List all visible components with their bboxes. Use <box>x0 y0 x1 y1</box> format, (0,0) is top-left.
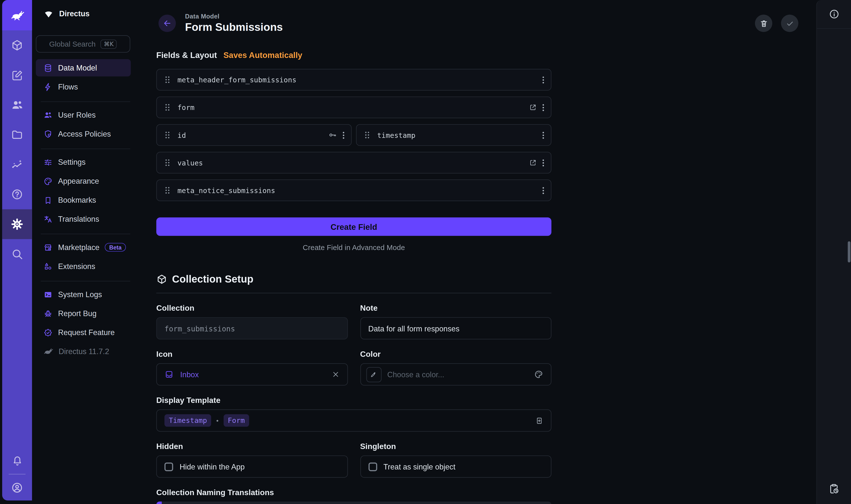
directus-rabbit-icon <box>10 8 24 22</box>
beta-badge: Beta <box>105 243 126 252</box>
module-insights[interactable] <box>2 150 32 180</box>
hidden-input[interactable]: Hide within the App <box>156 455 348 478</box>
template-chip[interactable]: Timestamp <box>164 414 211 427</box>
project-name: Directus <box>59 9 90 18</box>
field-row[interactable]: meta_header_form_submissions <box>156 69 551 90</box>
page-scrollbar[interactable] <box>848 241 851 263</box>
sidebar-item-label: Marketplace <box>58 243 100 252</box>
sidebar-item-system-logs[interactable]: System Logs <box>36 286 131 303</box>
cube-icon <box>11 39 23 52</box>
breadcrumb[interactable]: Data Model <box>185 13 283 19</box>
field-row[interactable]: timestamp <box>356 124 552 146</box>
naming-translations-partial-control[interactable] <box>156 502 551 504</box>
lightning-icon <box>44 82 53 91</box>
kebab-menu-icon[interactable] <box>542 159 544 167</box>
account-circle-icon <box>11 481 23 494</box>
drag-handle-icon[interactable] <box>164 158 170 167</box>
module-help[interactable] <box>2 180 32 209</box>
kebab-menu-icon[interactable] <box>542 76 544 84</box>
advanced-mode-link[interactable]: Create Field in Advanced Mode <box>156 244 551 252</box>
collection-label: Collection <box>156 304 348 312</box>
template-chip[interactable]: Form <box>223 414 249 427</box>
global-search-input[interactable]: Global Search ⌘K <box>36 35 130 53</box>
delete-collection-button[interactable] <box>755 15 772 32</box>
sidebar-item-translations[interactable]: Translations <box>36 210 131 228</box>
field-row[interactable]: values <box>156 152 551 174</box>
cube-icon <box>156 274 167 285</box>
module-files[interactable] <box>2 120 32 150</box>
sidebar-item-report-bug[interactable]: Report Bug <box>36 305 131 322</box>
module-content[interactable] <box>2 30 32 60</box>
close-icon[interactable] <box>331 370 340 378</box>
field-row[interactable]: meta_notice_submissions <box>156 180 551 201</box>
kebab-menu-icon[interactable] <box>542 131 544 139</box>
icon-field: Icon Inbox <box>156 350 348 385</box>
account-button[interactable] <box>2 476 32 500</box>
display-template-input[interactable]: Timestamp • Form <box>156 409 551 432</box>
sidebar-version: Directus 11.7.2 <box>36 343 131 360</box>
sidebar-item-settings[interactable]: Settings <box>36 154 131 170</box>
sidebar-item-label: System Logs <box>58 290 102 299</box>
drag-handle-icon[interactable] <box>364 131 370 139</box>
info-sidebar-button[interactable] <box>817 0 851 29</box>
drag-handle-icon[interactable] <box>164 186 170 195</box>
kebab-menu-icon[interactable] <box>542 186 544 194</box>
note-input[interactable]: Data for all form responses <box>360 317 551 339</box>
sidebar-item-label: Flows <box>58 82 78 91</box>
database-icon <box>44 63 53 72</box>
directus-app: Directus Global Search ⌘K Data Model Flo… <box>0 0 851 504</box>
singleton-input[interactable]: Treat as single object <box>360 455 551 478</box>
sidebar-item-bookmarks[interactable]: Bookmarks <box>36 191 131 209</box>
drag-handle-icon[interactable] <box>164 103 170 112</box>
module-search[interactable] <box>2 239 32 269</box>
sidebar-item-request-feature[interactable]: Request Feature <box>36 324 131 341</box>
icon-input[interactable]: Inbox <box>156 363 348 385</box>
users-icon <box>11 98 24 111</box>
create-field-button[interactable]: Create Field <box>156 217 551 236</box>
sidebar-item-user-roles[interactable]: User Roles <box>36 106 131 124</box>
singleton-field: Singleton Treat as single object <box>360 442 551 478</box>
sidebar-item-label: Extensions <box>58 262 95 270</box>
directus-logo-button[interactable] <box>2 0 32 30</box>
module-users[interactable] <box>2 90 32 120</box>
back-button[interactable] <box>158 15 176 32</box>
sidebar-item-extensions[interactable]: Extensions <box>36 258 131 275</box>
external-link-icon[interactable] <box>529 159 537 166</box>
add-box-icon[interactable] <box>535 416 543 425</box>
arrow-left-icon <box>162 18 172 28</box>
notifications-button[interactable] <box>2 449 32 473</box>
drag-handle-icon[interactable] <box>164 75 170 84</box>
singleton-checkbox[interactable] <box>368 462 377 471</box>
module-editor[interactable] <box>2 60 32 90</box>
storefront-icon <box>44 242 53 252</box>
icon-value: Inbox <box>180 370 199 379</box>
trash-icon <box>759 19 768 28</box>
eyedropper-button[interactable] <box>366 367 381 382</box>
collection-setup-header: Collection Setup <box>156 273 551 285</box>
clipboard-clock-icon <box>828 483 840 494</box>
kebab-menu-icon[interactable] <box>542 103 544 111</box>
display-template-label: Display Template <box>156 396 551 404</box>
module-settings[interactable] <box>2 209 32 239</box>
sidebar-item-access-policies[interactable]: Access Policies <box>36 125 131 143</box>
form-row: Collection form_submissions Note Data fo… <box>156 304 551 339</box>
version-label: Directus 11.7.2 <box>58 347 109 356</box>
sidebar-item-marketplace[interactable]: Marketplace Beta <box>36 239 131 256</box>
drag-handle-icon[interactable] <box>164 131 170 139</box>
kebab-menu-icon[interactable] <box>343 131 345 139</box>
sidebar-item-appearance[interactable]: Appearance <box>36 172 131 190</box>
save-button[interactable] <box>781 15 798 32</box>
external-link-icon[interactable] <box>529 104 537 111</box>
palette-icon[interactable] <box>534 370 543 379</box>
sidebar-item-label: Appearance <box>58 177 99 185</box>
field-row[interactable]: form <box>156 96 551 118</box>
note-field: Note Data for all form responses <box>360 304 551 339</box>
color-input[interactable]: Choose a color... <box>360 363 551 385</box>
project-header[interactable]: Directus <box>32 0 135 27</box>
sidebar-item-label: Access Policies <box>58 130 111 138</box>
hidden-checkbox[interactable] <box>164 462 173 471</box>
sidebar-item-data-model[interactable]: Data Model <box>36 59 131 76</box>
revisions-button[interactable] <box>828 483 840 497</box>
sidebar-item-flows[interactable]: Flows <box>36 78 131 95</box>
field-row[interactable]: id <box>156 124 352 146</box>
